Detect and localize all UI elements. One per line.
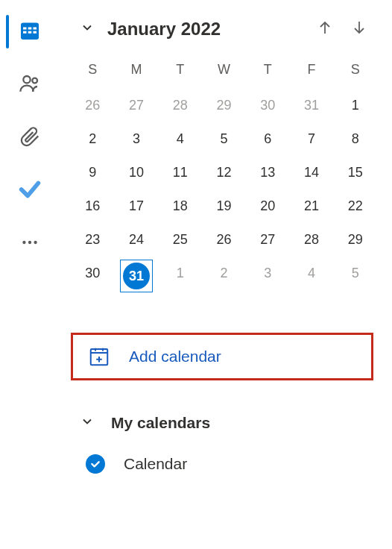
day-cell[interactable]: 29	[202, 89, 246, 122]
day-cell[interactable]: 31	[290, 89, 334, 122]
svg-point-10	[28, 241, 31, 244]
svg-rect-4	[23, 31, 27, 34]
svg-point-7	[23, 76, 30, 83]
calendar-checkbox[interactable]	[86, 454, 105, 474]
day-cell[interactable]: 2	[202, 257, 246, 295]
day-cell[interactable]: 12	[202, 156, 246, 189]
calendar-name: Calendar	[124, 455, 187, 473]
day-header: M	[115, 54, 159, 89]
day-cell[interactable]: 11	[158, 156, 202, 189]
add-calendar-icon	[88, 345, 110, 368]
svg-point-11	[34, 241, 37, 244]
day-header: S	[71, 54, 115, 89]
add-calendar-button[interactable]: Add calendar	[71, 333, 373, 380]
prev-month-button[interactable]	[314, 19, 335, 40]
arrow-up-icon	[316, 19, 334, 40]
mini-calendar: SMTWTFS262728293031123456789101112131415…	[71, 54, 377, 295]
people-icon	[18, 72, 42, 98]
day-cell[interactable]: 31	[115, 257, 159, 295]
day-cell[interactable]: 27	[115, 89, 159, 122]
calendar-item[interactable]: Calendar	[71, 451, 377, 477]
day-cell[interactable]: 30	[71, 257, 115, 295]
day-cell[interactable]: 4	[290, 257, 334, 295]
day-cell[interactable]: 14	[290, 156, 334, 189]
calendar-list: Calendar	[71, 451, 377, 477]
my-calendars-toggle[interactable]	[78, 414, 96, 432]
my-calendars-label: My calendars	[111, 414, 210, 432]
nav-files[interactable]	[16, 125, 43, 151]
day-header: S	[333, 54, 377, 89]
svg-point-8	[32, 78, 37, 84]
more-icon	[20, 233, 39, 255]
day-cell[interactable]: 28	[290, 223, 334, 257]
chevron-down-icon	[80, 20, 95, 38]
day-cell[interactable]: 2	[71, 122, 115, 156]
day-cell[interactable]: 17	[115, 189, 159, 223]
day-cell[interactable]: 22	[333, 189, 377, 223]
svg-point-9	[22, 241, 25, 244]
day-cell[interactable]: 4	[158, 122, 202, 156]
day-header: W	[202, 54, 246, 89]
nav-people[interactable]	[16, 72, 43, 98]
day-cell[interactable]: 5	[202, 122, 246, 156]
month-label[interactable]: January 2022	[107, 19, 303, 40]
day-cell[interactable]: 3	[246, 257, 290, 295]
day-cell[interactable]: 26	[71, 89, 115, 122]
svg-rect-3	[34, 28, 37, 30]
chevron-down-icon	[80, 414, 95, 432]
active-indicator	[6, 15, 9, 48]
day-header: T	[246, 54, 290, 89]
day-cell[interactable]: 1	[333, 89, 377, 122]
nav-more[interactable]	[16, 230, 43, 257]
svg-rect-1	[23, 28, 27, 30]
month-expand-toggle[interactable]	[78, 20, 96, 38]
checkmark-icon	[17, 177, 42, 205]
calendar-icon	[19, 19, 41, 45]
my-calendars-header[interactable]: My calendars	[71, 410, 377, 451]
day-cell[interactable]: 18	[158, 189, 202, 223]
month-nav	[314, 19, 377, 40]
day-cell[interactable]: 30	[246, 89, 290, 122]
month-header: January 2022	[71, 19, 377, 40]
day-cell[interactable]: 3	[115, 122, 159, 156]
day-header: F	[290, 54, 334, 89]
add-calendar-label: Add calendar	[129, 348, 221, 366]
day-cell[interactable]: 29	[333, 223, 377, 257]
day-cell[interactable]: 7	[290, 122, 334, 156]
day-cell[interactable]: 19	[202, 189, 246, 223]
day-cell[interactable]: 21	[290, 189, 334, 223]
day-cell[interactable]: 25	[158, 223, 202, 257]
day-cell[interactable]: 8	[333, 122, 377, 156]
day-cell[interactable]: 6	[246, 122, 290, 156]
day-cell[interactable]: 13	[246, 156, 290, 189]
nav-calendar[interactable]	[16, 19, 43, 46]
day-cell[interactable]: 20	[246, 189, 290, 223]
calendar-panel: January 2022 SMTWTFS26272829303112345678…	[60, 0, 392, 549]
paperclip-icon	[19, 125, 41, 151]
day-cell[interactable]: 1	[158, 257, 202, 295]
svg-rect-6	[34, 31, 37, 34]
day-cell[interactable]: 23	[71, 223, 115, 257]
day-cell[interactable]: 27	[246, 223, 290, 257]
day-cell[interactable]: 5	[333, 257, 377, 295]
day-cell[interactable]: 15	[333, 156, 377, 189]
day-cell[interactable]: 28	[158, 89, 202, 122]
day-cell[interactable]: 10	[115, 156, 159, 189]
svg-rect-2	[28, 28, 32, 30]
arrow-down-icon	[350, 19, 368, 40]
day-cell[interactable]: 9	[71, 156, 115, 189]
left-rail	[0, 0, 60, 549]
day-cell[interactable]: 24	[115, 223, 159, 257]
day-cell[interactable]: 26	[202, 223, 246, 257]
day-cell[interactable]: 16	[71, 189, 115, 223]
day-header: T	[158, 54, 202, 89]
next-month-button[interactable]	[349, 19, 370, 40]
nav-todo[interactable]	[16, 178, 43, 204]
svg-rect-5	[28, 31, 32, 34]
